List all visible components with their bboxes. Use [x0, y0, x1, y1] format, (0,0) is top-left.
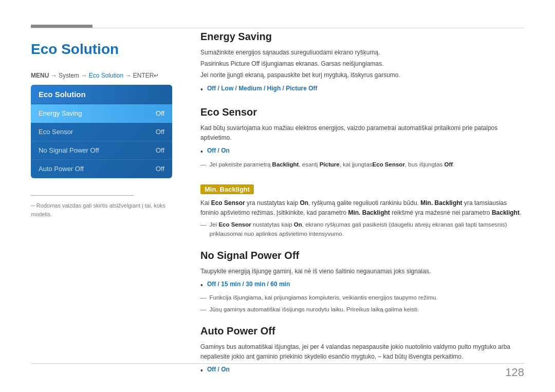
min-backlight-note: — Jei Eco Sensor nustatytas kaip On, ekr…	[200, 220, 524, 238]
menu-item-value: Off	[156, 146, 164, 154]
auto-power-off-body: Gaminys bus automatiškai išjungtas, jei …	[200, 342, 524, 377]
energy-saving-body: Sumažinkite energijos sąnaudas sureguliu…	[200, 48, 524, 95]
menu-item-label: Auto Power Off	[39, 165, 84, 173]
min-backlight-section: Min. Backlight Kai Eco Sensor yra nustat…	[200, 180, 524, 238]
menu-path-text: MENU → System → Eco Solution → ENTER↵	[31, 72, 159, 79]
no-signal-note1: — Funkcija išjungiama, kai prijungiamas …	[200, 293, 524, 302]
energy-saving-line1: Sumažinkite energijos sąnaudas sureguliu…	[200, 48, 524, 58]
auto-power-off-options: Off / On	[207, 365, 230, 375]
menu-item-eco-sensor[interactable]: Eco Sensor Off	[31, 123, 172, 141]
no-signal-title: No Signal Power Off	[200, 250, 524, 262]
menu-icon-text: MENU	[31, 72, 49, 79]
auto-power-off-section: Auto Power Off Gaminys bus automatiškai …	[200, 325, 524, 377]
auto-power-off-line: Gaminys bus automatiškai išjungtas, jei …	[200, 342, 524, 362]
eco-solution-menu: Eco Solution Energy Saving Off Eco Senso…	[31, 85, 172, 178]
auto-power-off-title: Auto Power Off	[200, 325, 524, 337]
energy-saving-options: Off / Low / Medium / High / Picture Off	[207, 84, 318, 94]
menu-item-no-signal[interactable]: No Signal Power Off Off	[31, 141, 172, 160]
no-signal-options: Off / 15 min / 30 min / 60 min	[207, 279, 290, 289]
eco-sensor-title: Eco Sensor	[200, 106, 524, 118]
top-line	[31, 28, 524, 28]
menu-item-value: Off	[156, 165, 164, 173]
energy-saving-title: Energy Saving	[200, 31, 524, 43]
bullet-dot: •	[200, 279, 203, 291]
eco-sensor-body: Kad būtų suvartojama kuo mažiau elektros…	[200, 123, 524, 169]
auto-power-off-bullet: • Off / On	[200, 365, 524, 376]
bullet-dot: •	[200, 84, 203, 95]
menu-item-auto-power-off[interactable]: Auto Power Off Off	[31, 160, 172, 178]
bottom-line	[31, 363, 524, 364]
no-signal-note1-text: Funkcija išjungiama, kai prijungiamas ko…	[210, 293, 438, 302]
right-content: Energy Saving Sumažinkite energijos sąna…	[200, 31, 524, 388]
eco-sensor-line: Kad būtų suvartojama kuo mažiau elektros…	[200, 123, 524, 143]
menu-item-value: Off	[156, 128, 164, 136]
eco-sensor-bullet: • Off / On	[200, 146, 524, 157]
eco-sensor-options: Off / On	[207, 146, 230, 156]
menu-path: MENU → System → Eco Solution → ENTER↵	[31, 72, 159, 79]
bullet-dot: •	[200, 365, 203, 376]
energy-saving-bullet: • Off / Low / Medium / High / Picture Of…	[200, 84, 524, 95]
menu-item-label: No Signal Power Off	[39, 146, 99, 154]
min-backlight-para1: Kai Eco Sensor yra nustatytas kaip On, r…	[200, 198, 524, 218]
bullet-dot: •	[200, 146, 203, 157]
eco-menu-title: Eco Solution	[31, 85, 172, 104]
no-signal-bullet: • Off / 15 min / 30 min / 60 min	[200, 279, 524, 291]
eco-solution-link: Eco Solution	[89, 72, 123, 79]
page-number: 128	[505, 366, 524, 379]
energy-saving-section: Energy Saving Sumažinkite energijos sąna…	[200, 31, 524, 95]
eco-sensor-section: Eco Sensor Kad būtų suvartojama kuo maži…	[200, 106, 524, 169]
footnote: Rodomas vaizdas gali skirtis atsižvelgia…	[31, 201, 175, 218]
menu-item-energy-saving[interactable]: Energy Saving Off	[31, 104, 172, 123]
no-signal-section: No Signal Power Off Taupykite energiją i…	[200, 250, 524, 314]
no-signal-body: Taupykite energiją išjungę gaminį, kai n…	[200, 267, 524, 314]
menu-item-label: Eco Sensor	[39, 128, 73, 136]
no-signal-note2: — Jūsų gaminys automatiškai išsijungs nu…	[200, 305, 524, 314]
eco-sensor-note: — Jei pakeisite parametrą Backlight, esa…	[200, 160, 524, 169]
energy-saving-line2: Pasirinkus Picture Off išjungiamas ekran…	[200, 59, 524, 69]
min-backlight-body: Kai Eco Sensor yra nustatytas kaip On, r…	[200, 198, 524, 238]
energy-saving-line3: Jei norite įjungti ekraną, paspauskite b…	[200, 70, 524, 80]
page-title: Eco Solution	[31, 41, 119, 58]
no-signal-note2-text: Jūsų gaminys automatiškai išsijungs nuro…	[210, 305, 419, 314]
no-signal-line: Taupykite energiją išjungę gaminį, kai n…	[200, 267, 524, 276]
min-backlight-label: Min. Backlight	[200, 184, 254, 194]
eco-sensor-note-text: Jei pakeisite parametrą Backlight, esant…	[210, 160, 455, 169]
footnote-divider	[31, 195, 134, 196]
min-backlight-note-text: Jei Eco Sensor nustatytas kaip On, ekran…	[210, 220, 525, 238]
menu-item-label: Energy Saving	[39, 109, 82, 117]
menu-item-value: Off	[156, 109, 164, 117]
